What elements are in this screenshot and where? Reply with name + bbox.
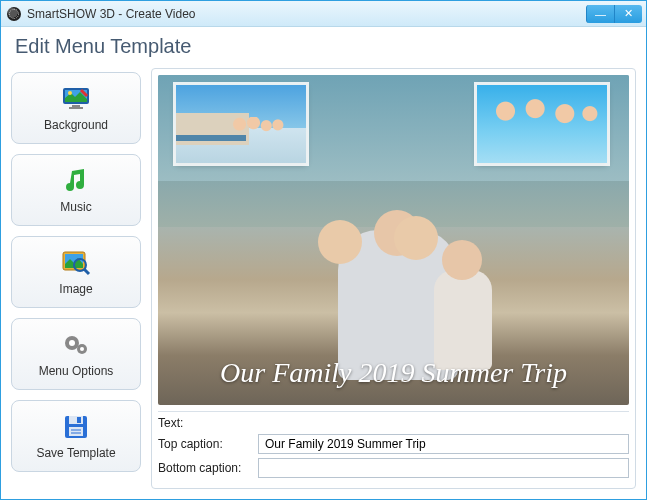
titlebar[interactable]: SmartSHOW 3D - Create Video — ✕: [1, 1, 646, 27]
app-icon: [7, 7, 21, 21]
svg-rect-4: [69, 107, 83, 109]
top-caption-label: Top caption:: [158, 437, 250, 451]
preview-thumb-left[interactable]: [176, 85, 306, 163]
svg-line-8: [84, 269, 89, 274]
sidebar-item-image[interactable]: Image: [11, 236, 141, 308]
bottom-caption-label: Bottom caption:: [158, 461, 250, 475]
sidebar-item-label: Menu Options: [39, 364, 114, 378]
preview-thumb-right[interactable]: [477, 85, 607, 163]
body: Background Music Image Menu Options: [1, 68, 646, 499]
svg-point-12: [80, 347, 84, 351]
sidebar-item-background[interactable]: Background: [11, 72, 141, 144]
monitor-icon: [61, 84, 91, 114]
page-title: Edit Menu Template: [15, 35, 632, 58]
top-caption-input[interactable]: [258, 434, 629, 454]
save-floppy-icon: [61, 412, 91, 442]
svg-rect-16: [69, 427, 83, 436]
text-panel: Text: Top caption: Bottom caption:: [158, 411, 629, 482]
template-preview[interactable]: Our Family 2019 Summer Trip: [158, 75, 629, 405]
window-controls: — ✕: [586, 5, 642, 23]
sidebar-item-label: Music: [60, 200, 91, 214]
sidebar-item-label: Image: [59, 282, 92, 296]
sidebar: Background Music Image Menu Options: [11, 68, 141, 489]
header: Edit Menu Template: [1, 27, 646, 68]
bottom-caption-input[interactable]: [258, 458, 629, 478]
sidebar-item-music[interactable]: Music: [11, 154, 141, 226]
close-button[interactable]: ✕: [614, 5, 642, 23]
sidebar-item-save-template[interactable]: Save Template: [11, 400, 141, 472]
preview-caption: Our Family 2019 Summer Trip: [158, 357, 629, 389]
sidebar-item-label: Background: [44, 118, 108, 132]
svg-rect-15: [77, 417, 81, 423]
app-window: SmartSHOW 3D - Create Video — ✕ Edit Men…: [0, 0, 647, 500]
minimize-button[interactable]: —: [586, 5, 614, 23]
svg-point-10: [69, 340, 75, 346]
text-section-label: Text:: [158, 416, 629, 430]
window-title: SmartSHOW 3D - Create Video: [27, 7, 586, 21]
main-panel: Our Family 2019 Summer Trip Text: Top ca…: [151, 68, 636, 489]
sidebar-item-menu-options[interactable]: Menu Options: [11, 318, 141, 390]
music-note-icon: [61, 166, 91, 196]
svg-point-2: [68, 91, 72, 95]
gear-icon: [61, 330, 91, 360]
sidebar-item-label: Save Template: [36, 446, 115, 460]
svg-rect-3: [72, 105, 80, 107]
image-search-icon: [61, 248, 91, 278]
